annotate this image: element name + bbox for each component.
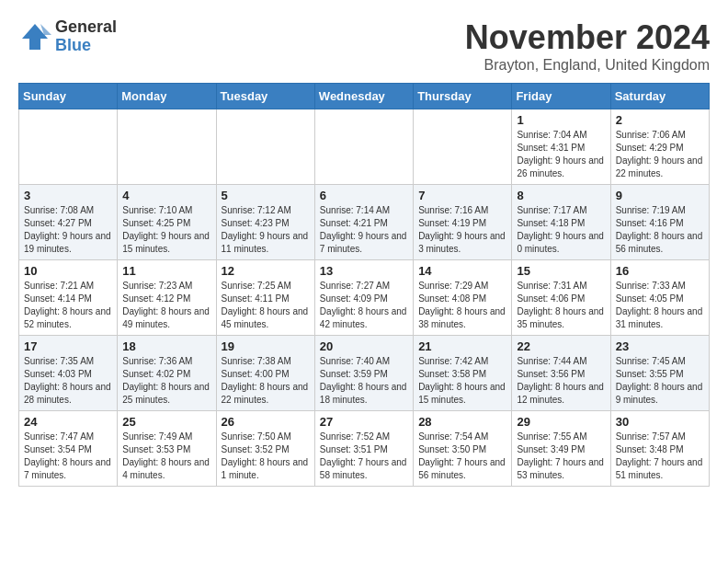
day-info: Sunrise: 7:47 AM Sunset: 3:54 PM Dayligh…	[24, 431, 112, 482]
day-number: 7	[418, 189, 506, 202]
day-info: Sunrise: 7:27 AM Sunset: 4:09 PM Dayligh…	[320, 280, 408, 331]
day-number: 11	[122, 264, 210, 278]
day-number: 16	[616, 264, 704, 278]
day-info: Sunrise: 7:55 AM Sunset: 3:49 PM Dayligh…	[517, 431, 605, 482]
page-header: General Blue November 2024 Brayton, Engl…	[18, 18, 710, 74]
day-info: Sunrise: 7:29 AM Sunset: 4:08 PM Dayligh…	[418, 280, 506, 331]
day-info: Sunrise: 7:36 AM Sunset: 4:02 PM Dayligh…	[122, 355, 210, 407]
day-number: 24	[24, 415, 112, 429]
calendar-cell: 4Sunrise: 7:10 AM Sunset: 4:25 PM Daylig…	[118, 185, 216, 260]
calendar-cell: 14Sunrise: 7:29 AM Sunset: 4:08 PM Dayli…	[414, 260, 512, 336]
calendar-cell: 28Sunrise: 7:54 AM Sunset: 3:50 PM Dayli…	[414, 411, 512, 487]
day-info: Sunrise: 7:52 AM Sunset: 3:51 PM Dayligh…	[320, 431, 408, 482]
day-number: 15	[517, 264, 605, 278]
calendar-cell: 2Sunrise: 7:06 AM Sunset: 4:29 PM Daylig…	[610, 109, 709, 185]
week-row-3: 17Sunrise: 7:35 AM Sunset: 4:03 PM Dayli…	[19, 336, 710, 411]
title-block: November 2024 Brayton, England, United K…	[465, 18, 710, 74]
calendar-cell: 1Sunrise: 7:04 AM Sunset: 4:31 PM Daylig…	[512, 109, 610, 185]
calendar-header: SundayMondayTuesdayWednesdayThursdayFrid…	[19, 84, 710, 109]
logo-blue-text: Blue	[55, 37, 117, 55]
calendar-cell: 16Sunrise: 7:33 AM Sunset: 4:05 PM Dayli…	[610, 260, 709, 336]
calendar-cell	[216, 109, 314, 185]
day-info: Sunrise: 7:08 AM Sunset: 4:27 PM Dayligh…	[24, 204, 112, 256]
calendar-cell: 24Sunrise: 7:47 AM Sunset: 3:54 PM Dayli…	[19, 411, 118, 487]
calendar-cell: 26Sunrise: 7:50 AM Sunset: 3:52 PM Dayli…	[216, 411, 314, 487]
week-row-1: 3Sunrise: 7:08 AM Sunset: 4:27 PM Daylig…	[19, 185, 710, 260]
day-number: 13	[320, 264, 408, 278]
day-number: 5	[222, 189, 310, 202]
calendar-cell: 23Sunrise: 7:45 AM Sunset: 3:55 PM Dayli…	[610, 336, 709, 411]
calendar-cell: 18Sunrise: 7:36 AM Sunset: 4:02 PM Dayli…	[118, 336, 216, 411]
day-info: Sunrise: 7:57 AM Sunset: 3:48 PM Dayligh…	[616, 431, 704, 482]
header-saturday: Saturday	[610, 84, 709, 109]
day-number: 1	[517, 113, 605, 127]
calendar-cell	[414, 109, 512, 185]
day-info: Sunrise: 7:54 AM Sunset: 3:50 PM Dayligh…	[418, 431, 506, 482]
calendar-cell: 30Sunrise: 7:57 AM Sunset: 3:48 PM Dayli…	[610, 411, 709, 487]
day-number: 3	[24, 189, 112, 202]
calendar-cell: 8Sunrise: 7:17 AM Sunset: 4:18 PM Daylig…	[512, 185, 610, 260]
day-number: 10	[24, 264, 112, 278]
calendar-cell: 3Sunrise: 7:08 AM Sunset: 4:27 PM Daylig…	[19, 185, 118, 260]
day-number: 6	[320, 189, 408, 202]
calendar-cell: 29Sunrise: 7:55 AM Sunset: 3:49 PM Dayli…	[512, 411, 610, 487]
calendar-body: 1Sunrise: 7:04 AM Sunset: 4:31 PM Daylig…	[19, 109, 710, 487]
header-monday: Monday	[118, 84, 216, 109]
calendar-cell: 13Sunrise: 7:27 AM Sunset: 4:09 PM Dayli…	[314, 260, 413, 336]
month-title: November 2024	[465, 18, 710, 57]
calendar-cell: 6Sunrise: 7:14 AM Sunset: 4:21 PM Daylig…	[314, 185, 413, 260]
day-number: 25	[122, 415, 210, 429]
header-thursday: Thursday	[414, 84, 512, 109]
day-number: 19	[222, 339, 310, 353]
calendar-cell: 25Sunrise: 7:49 AM Sunset: 3:53 PM Dayli…	[118, 411, 216, 487]
logo-icon	[18, 20, 51, 53]
day-number: 9	[616, 189, 704, 202]
calendar-cell: 27Sunrise: 7:52 AM Sunset: 3:51 PM Dayli…	[314, 411, 413, 487]
calendar-cell: 17Sunrise: 7:35 AM Sunset: 4:03 PM Dayli…	[19, 336, 118, 411]
calendar-cell: 10Sunrise: 7:21 AM Sunset: 4:14 PM Dayli…	[19, 260, 118, 336]
calendar-cell: 12Sunrise: 7:25 AM Sunset: 4:11 PM Dayli…	[216, 260, 314, 336]
day-number: 22	[517, 339, 605, 353]
day-number: 18	[122, 339, 210, 353]
header-sunday: Sunday	[19, 84, 118, 109]
calendar-cell: 22Sunrise: 7:44 AM Sunset: 3:56 PM Dayli…	[512, 336, 610, 411]
day-info: Sunrise: 7:12 AM Sunset: 4:23 PM Dayligh…	[222, 204, 310, 256]
day-number: 23	[616, 339, 704, 353]
week-row-4: 24Sunrise: 7:47 AM Sunset: 3:54 PM Dayli…	[19, 411, 710, 487]
day-number: 14	[418, 264, 506, 278]
day-info: Sunrise: 7:40 AM Sunset: 3:59 PM Dayligh…	[320, 355, 408, 407]
day-info: Sunrise: 7:38 AM Sunset: 4:00 PM Dayligh…	[222, 355, 310, 407]
calendar-table: SundayMondayTuesdayWednesdayThursdayFrid…	[18, 83, 710, 487]
day-number: 2	[616, 113, 704, 127]
day-number: 29	[517, 415, 605, 429]
day-info: Sunrise: 7:49 AM Sunset: 3:53 PM Dayligh…	[122, 431, 210, 482]
logo: General Blue	[18, 18, 117, 55]
calendar-cell	[118, 109, 216, 185]
calendar-cell: 19Sunrise: 7:38 AM Sunset: 4:00 PM Dayli…	[216, 336, 314, 411]
day-info: Sunrise: 7:33 AM Sunset: 4:05 PM Dayligh…	[616, 280, 704, 331]
calendar-cell: 7Sunrise: 7:16 AM Sunset: 4:19 PM Daylig…	[414, 185, 512, 260]
day-info: Sunrise: 7:04 AM Sunset: 4:31 PM Dayligh…	[517, 129, 605, 180]
calendar-cell: 21Sunrise: 7:42 AM Sunset: 3:58 PM Dayli…	[414, 336, 512, 411]
day-info: Sunrise: 7:23 AM Sunset: 4:12 PM Dayligh…	[122, 280, 210, 331]
day-info: Sunrise: 7:17 AM Sunset: 4:18 PM Dayligh…	[517, 204, 605, 256]
day-info: Sunrise: 7:25 AM Sunset: 4:11 PM Dayligh…	[222, 280, 310, 331]
calendar-cell: 9Sunrise: 7:19 AM Sunset: 4:16 PM Daylig…	[610, 185, 709, 260]
day-number: 8	[517, 189, 605, 202]
header-row: SundayMondayTuesdayWednesdayThursdayFrid…	[19, 84, 710, 109]
header-wednesday: Wednesday	[314, 84, 413, 109]
day-number: 12	[222, 264, 310, 278]
location: Brayton, England, United Kingdom	[465, 57, 710, 74]
calendar-cell: 15Sunrise: 7:31 AM Sunset: 4:06 PM Dayli…	[512, 260, 610, 336]
day-info: Sunrise: 7:10 AM Sunset: 4:25 PM Dayligh…	[122, 204, 210, 256]
day-number: 26	[222, 415, 310, 429]
week-row-0: 1Sunrise: 7:04 AM Sunset: 4:31 PM Daylig…	[19, 109, 710, 185]
day-info: Sunrise: 7:06 AM Sunset: 4:29 PM Dayligh…	[616, 129, 704, 180]
header-friday: Friday	[512, 84, 610, 109]
day-info: Sunrise: 7:31 AM Sunset: 4:06 PM Dayligh…	[517, 280, 605, 331]
calendar-cell: 5Sunrise: 7:12 AM Sunset: 4:23 PM Daylig…	[216, 185, 314, 260]
calendar-cell	[314, 109, 413, 185]
day-info: Sunrise: 7:16 AM Sunset: 4:19 PM Dayligh…	[418, 204, 506, 256]
day-number: 4	[122, 189, 210, 202]
day-number: 17	[24, 339, 112, 353]
